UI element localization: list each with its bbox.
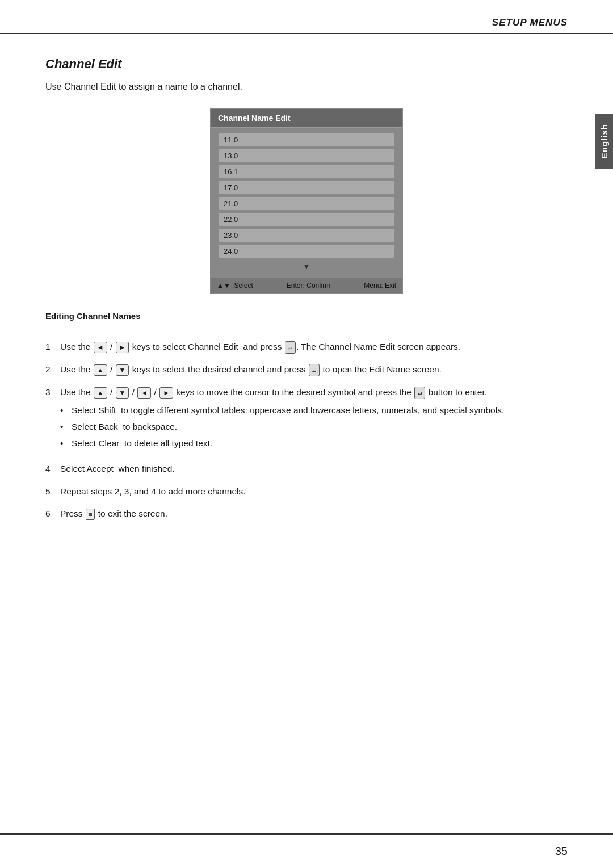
menu-key-icon: ≡ — [86, 509, 95, 521]
language-tab: English — [595, 114, 613, 169]
footer-confirm: Enter: Confirm — [287, 282, 330, 290]
step-1: 1 Use the ◄ / ► keys to select Channel E… — [45, 340, 568, 354]
bullet-clear: Select Clear to delete all typed text. — [60, 437, 568, 450]
enter-key-icon: ↵ — [285, 341, 296, 354]
page-header: SETUP MENUS — [0, 0, 613, 34]
screen-footer: ▲▼ :Select Enter: Confirm Menu: Exit — [211, 278, 402, 293]
main-content: Channel Edit Use Channel Edit to assign … — [0, 34, 613, 563]
step-3: 3 Use the ▲ / ▼ / ◄ / ► keys to move the… — [45, 385, 568, 454]
enter-key-icon-3: ↵ — [414, 387, 425, 399]
screen-body: 11.0 13.0 16.1 17.0 21.0 22.0 23.0 24.0 … — [211, 128, 402, 278]
channel-name-edit-screen: Channel Name Edit 11.0 13.0 16.1 17.0 21… — [210, 108, 403, 294]
bullet-shift: Select Shift to toggle different symbol … — [60, 404, 568, 417]
up-key: ▲ — [94, 387, 107, 399]
left-key: ◄ — [137, 387, 151, 399]
channel-item: 17.0 — [219, 181, 394, 194]
channel-item: 21.0 — [219, 197, 394, 210]
step-2: 2 Use the ▲ / ▼ keys to select the desir… — [45, 363, 568, 376]
channel-item: 13.0 — [219, 149, 394, 162]
editing-heading: Editing Channel Names — [45, 311, 141, 321]
channel-item: 22.0 — [219, 213, 394, 226]
page-number: 35 — [555, 845, 568, 858]
left-arrow-key: ◄ — [94, 342, 107, 353]
step-6: 6 Press ≡ to exit the screen. — [45, 507, 568, 520]
intro-text: Use Channel Edit to assign a name to a c… — [45, 82, 568, 92]
down-arrow-key: ▼ — [116, 364, 129, 376]
steps-list: 1 Use the ◄ / ► keys to select Channel E… — [45, 340, 568, 520]
up-arrow-key: ▲ — [94, 364, 107, 376]
section-title: Channel Edit — [45, 57, 568, 72]
enter-key-icon-2: ↵ — [309, 364, 320, 376]
step-3-bullets: Select Shift to toggle different symbol … — [60, 404, 568, 450]
footer-exit: Menu: Exit — [364, 282, 396, 290]
screen-title: Channel Name Edit — [211, 109, 402, 128]
step-4: 4 Select Accept when finished. — [45, 462, 568, 475]
footer-select: ▲▼ :Select — [217, 282, 253, 290]
scroll-down-arrow: ▼ — [219, 261, 394, 274]
header-title: SETUP MENUS — [492, 17, 568, 28]
bullet-back: Select Back to backspace. — [60, 420, 568, 433]
channel-item: 24.0 — [219, 245, 394, 258]
right-key: ► — [159, 387, 173, 399]
screen-mockup: Channel Name Edit 11.0 13.0 16.1 17.0 21… — [45, 108, 568, 294]
down-key: ▼ — [116, 387, 129, 399]
page-footer: 35 — [0, 833, 613, 868]
step-5: 5 Repeat steps 2, 3, and 4 to add more c… — [45, 485, 568, 498]
right-arrow-key: ► — [116, 342, 129, 353]
channel-item: 11.0 — [219, 133, 394, 146]
channel-item: 16.1 — [219, 165, 394, 178]
channel-item: 23.0 — [219, 229, 394, 242]
